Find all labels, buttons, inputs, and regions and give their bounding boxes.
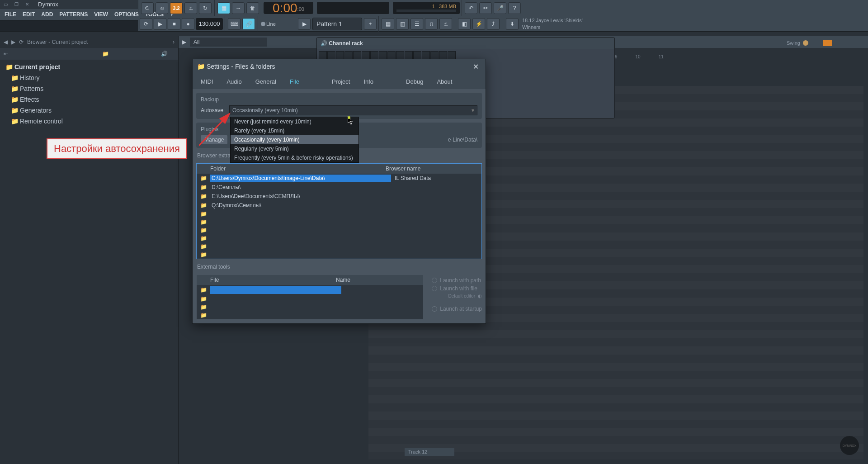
record-button[interactable]: ● xyxy=(182,18,194,30)
ext-tool-row[interactable]: 📁 xyxy=(197,295,423,303)
folder-row[interactable]: 📁E:\Users\Dee\Documents\СЕМПЛЫ\ xyxy=(197,192,481,201)
play-button[interactable]: ▶ xyxy=(154,18,166,30)
tab-info[interactable]: Info xyxy=(357,76,380,88)
tab-audio[interactable]: Audio xyxy=(220,76,248,88)
autosave-label: Autosave xyxy=(201,107,226,114)
settings-close-button[interactable]: ✕ xyxy=(470,61,481,72)
time-display[interactable]: 0:00:00 xyxy=(264,2,313,14)
menu-add[interactable]: ADD xyxy=(38,10,56,19)
tree-item-generators[interactable]: 📁Generators xyxy=(0,105,178,116)
link-icon[interactable]: 🔗 xyxy=(242,18,255,30)
ext-tool-row[interactable]: 📁 xyxy=(197,303,423,311)
playlist-menu-icon[interactable]: ▶ xyxy=(179,39,190,45)
tree-item-patterns[interactable]: 📁Patterns xyxy=(0,83,178,94)
loop-icon[interactable]: ↻ xyxy=(199,2,212,14)
save-icon[interactable]: ✂ xyxy=(479,2,492,14)
autosave-option-frequently[interactable]: Frequently (every 5min & before risky op… xyxy=(231,153,359,162)
autosave-option-occasionally[interactable]: Occasionally (every 10min) xyxy=(231,135,359,144)
mixer-icon[interactable]: ⎍ xyxy=(425,18,438,30)
radio-launch-startup[interactable] xyxy=(432,306,437,312)
nav-back-icon[interactable]: ◀ xyxy=(4,39,8,45)
folder-row-empty[interactable]: 📁 xyxy=(197,242,481,251)
countdown-button[interactable]: 3.2 xyxy=(170,2,183,14)
swing-control[interactable]: Swing xyxy=(787,40,832,46)
pattern-play-icon[interactable]: ▶ xyxy=(298,18,311,30)
time-ms: :00 xyxy=(297,6,304,12)
wait-icon[interactable]: ⎋ xyxy=(156,2,168,14)
rack-audio-icon[interactable]: 🔊 xyxy=(321,40,327,47)
menu-patterns[interactable]: PATTERNS xyxy=(57,10,90,19)
song-mode-icon[interactable]: ▦ xyxy=(217,2,230,14)
channel-rack-icon[interactable]: ☰ xyxy=(410,18,423,30)
settings-dialog: 📁 Settings - Files & folders ✕ MIDI Audi… xyxy=(192,59,486,324)
menu-file[interactable]: FILE xyxy=(2,10,19,19)
radio-launch-file[interactable] xyxy=(432,286,437,291)
metronome-icon[interactable]: ⏲ xyxy=(141,2,154,14)
folder-row-empty[interactable]: 📁 xyxy=(197,210,481,218)
volume-icon[interactable]: 🔊 xyxy=(161,51,175,57)
collapse-icon[interactable]: ⇤ xyxy=(4,51,17,57)
folder-row[interactable]: 📁Q:\Dymrox\Семплы\ xyxy=(197,201,481,210)
step-icon[interactable]: → xyxy=(232,2,245,14)
undo-icon[interactable]: ↶ xyxy=(465,2,477,14)
folder-row[interactable]: 📁 C:\Users\Dymrox\Documents\Image-Line\D… xyxy=(197,174,481,183)
folder-row-empty[interactable]: 📁 xyxy=(197,218,481,226)
overdub-icon[interactable]: ⎌ xyxy=(184,2,197,14)
mic-icon[interactable]: 🎤 xyxy=(494,2,506,14)
close-icon[interactable]: ✕ xyxy=(24,1,31,8)
folder-row-empty[interactable]: 📁 xyxy=(197,251,481,259)
folder-icon[interactable]: 📁 xyxy=(102,51,116,57)
track-label[interactable]: Track 12 xyxy=(405,448,454,456)
pattern-selector[interactable]: Pattern 1 xyxy=(312,18,362,30)
autosave-option-regularly[interactable]: Regularly (every 5min) xyxy=(231,144,359,153)
help-icon[interactable]: ? xyxy=(508,2,521,14)
folder-row-empty[interactable]: 📁 xyxy=(197,226,481,234)
maximize-icon[interactable]: ❐ xyxy=(13,1,20,8)
main-menu: FILE EDIT ADD PATTERNS VIEW OPTIONS TOOL… xyxy=(0,9,138,20)
browser-icon[interactable]: ⎌ xyxy=(439,18,452,30)
ext-tool-row[interactable]: 📁 xyxy=(197,311,423,319)
download-icon[interactable]: ⬇ xyxy=(506,18,519,30)
radio-launch-path[interactable] xyxy=(432,278,437,283)
menu-view[interactable]: VIEW xyxy=(91,10,111,19)
typing-kb-icon[interactable]: ⌨ xyxy=(228,18,241,30)
snap-mode[interactable]: Line xyxy=(266,21,293,27)
minimize-icon[interactable]: ▭ xyxy=(2,1,9,8)
menu-options[interactable]: OPTIONS xyxy=(112,10,142,19)
default-editor-toggle[interactable]: ◐ xyxy=(478,294,482,298)
playlist-icon[interactable]: ▤ xyxy=(382,18,394,30)
tab-general[interactable]: General xyxy=(249,76,283,88)
tree-root[interactable]: 📁Current project xyxy=(0,62,178,72)
view-grid-icon[interactable] xyxy=(823,40,832,46)
pattern-add-icon[interactable]: + xyxy=(364,18,377,30)
folder-row-empty[interactable]: 📁 xyxy=(197,234,481,242)
autosave-option-rarely[interactable]: Rarely (every 15min) xyxy=(231,126,359,135)
piano-roll-icon[interactable]: ▥ xyxy=(396,18,409,30)
tree-item-remote[interactable]: 📁Remote control xyxy=(0,116,178,127)
tab-midi[interactable]: MIDI xyxy=(194,76,219,88)
trash-icon[interactable]: 🗑 xyxy=(246,2,259,14)
reload-icon[interactable]: ⟳ xyxy=(19,39,24,45)
nav-fwd-icon[interactable]: ▶ xyxy=(11,39,15,45)
browser-folders-list: Folder Browser name 📁 C:\Users\Dymrox\Do… xyxy=(196,163,482,259)
autosave-option-never[interactable]: Never (just remind every 10min) xyxy=(231,117,359,126)
tab-file[interactable]: File xyxy=(283,76,306,88)
playlist-filter[interactable]: All xyxy=(190,38,267,47)
tab-project[interactable]: Project xyxy=(326,76,356,88)
tempo-display[interactable]: 130.000 xyxy=(196,18,223,30)
stop-button[interactable]: ■ xyxy=(168,18,180,30)
ext-tool-row[interactable]: 📁 xyxy=(197,285,423,295)
tab-debug[interactable]: Debug xyxy=(400,76,429,88)
folder-row[interactable]: 📁D:\Семплы\ xyxy=(197,183,481,192)
autosave-dropdown[interactable]: Occasionally (every 10min) xyxy=(229,105,477,115)
tree-item-effects[interactable]: 📁Effects xyxy=(0,94,178,105)
plugin-icon[interactable]: ◧ xyxy=(458,18,471,30)
tempo-tap-icon[interactable]: ⚡ xyxy=(472,18,485,30)
external-tools-list: File Name 📁 📁 📁 📁 xyxy=(196,275,424,320)
manage-plugins-button[interactable]: Manage xyxy=(201,135,227,144)
tab-about[interactable]: About xyxy=(430,76,458,88)
tree-item-history[interactable]: 📁History xyxy=(0,72,178,83)
close-all-icon[interactable]: ⤴ xyxy=(487,18,500,30)
menu-edit[interactable]: EDIT xyxy=(20,10,38,19)
sync-icon[interactable]: ⟳ xyxy=(140,18,152,30)
